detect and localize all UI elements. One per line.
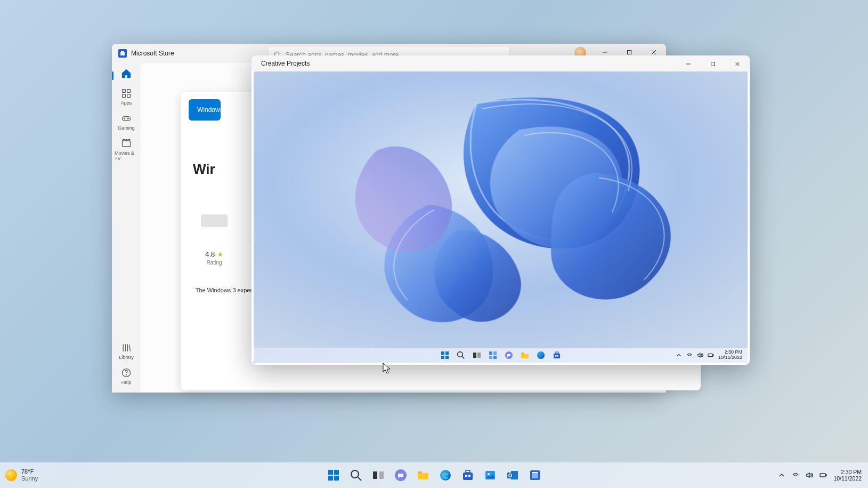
host-search-button[interactable]: [348, 468, 363, 483]
svg-point-41: [537, 351, 545, 359]
svg-rect-7: [123, 90, 126, 93]
host-battery-icon[interactable]: [820, 471, 827, 479]
sandbox-taskbar: 2:30 PM 10/11/2022: [254, 348, 748, 363]
host-edge-button[interactable]: [438, 468, 453, 483]
sandbox-wallpaper: [254, 71, 748, 348]
svg-rect-36: [489, 356, 492, 359]
nav-help[interactable]: Help: [115, 367, 138, 385]
gaming-icon: [121, 113, 132, 124]
host-store-button[interactable]: [460, 468, 475, 483]
svg-rect-42: [554, 354, 560, 358]
sandbox-edge-button[interactable]: [536, 350, 546, 360]
sandbox-store-button[interactable]: [552, 350, 562, 360]
svg-rect-26: [441, 351, 444, 355]
svg-rect-4: [628, 51, 631, 54]
apps-icon: [121, 88, 132, 99]
svg-rect-51: [334, 476, 339, 481]
svg-rect-32: [473, 353, 476, 358]
sandbox-wifi-icon[interactable]: [686, 352, 693, 358]
host-wifi-icon[interactable]: [792, 471, 799, 479]
svg-rect-27: [445, 351, 449, 355]
svg-point-13: [128, 118, 129, 119]
svg-rect-69: [532, 473, 538, 478]
host-taskview-button[interactable]: [371, 468, 386, 483]
svg-rect-39: [521, 353, 524, 354]
svg-rect-54: [373, 471, 377, 479]
svg-rect-57: [418, 471, 422, 474]
creative-projects-window: Creative Projects: [252, 55, 750, 365]
sandbox-desktop[interactable]: 2:30 PM 10/11/2022: [254, 71, 748, 363]
host-volume-icon[interactable]: [806, 471, 813, 479]
svg-rect-22: [711, 62, 715, 66]
nav-home[interactable]: [115, 68, 138, 81]
store-title: Microsoft Store: [131, 50, 174, 57]
creative-title: Creative Projects: [261, 60, 310, 67]
host-photos-button[interactable]: [483, 468, 498, 483]
host-taskbar: 78°F Sunny: [0, 462, 868, 488]
sandbox-search-button[interactable]: [456, 350, 466, 360]
svg-rect-8: [127, 90, 131, 93]
svg-rect-10: [127, 94, 131, 98]
sandbox-taskview-button[interactable]: [472, 350, 482, 360]
sun-icon: [5, 469, 17, 481]
host-clock[interactable]: 2:30 PM 10/11/2022: [833, 469, 862, 482]
creative-maximize-button[interactable]: [701, 55, 725, 73]
product-title-partial: Wir: [193, 161, 215, 178]
nav-library[interactable]: Library: [115, 342, 138, 360]
svg-rect-14: [123, 141, 131, 147]
store-app-icon: [118, 49, 127, 58]
sandbox-battery-icon[interactable]: [708, 352, 714, 358]
sandbox-start-button[interactable]: [440, 350, 450, 360]
creative-titlebar[interactable]: Creative Projects: [252, 55, 750, 71]
host-weather-widget[interactable]: 78°F Sunny: [5, 468, 38, 482]
creative-minimize-button[interactable]: [676, 55, 701, 73]
host-chat-button[interactable]: [393, 468, 408, 483]
svg-rect-34: [489, 351, 492, 355]
host-weather-temp: 78°F: [21, 468, 38, 475]
svg-rect-37: [493, 356, 497, 359]
svg-point-64: [488, 473, 490, 475]
product-action-button[interactable]: [201, 214, 228, 227]
svg-line-18: [129, 345, 131, 351]
sandbox-explorer-button[interactable]: [520, 350, 530, 360]
svg-rect-9: [123, 94, 126, 98]
svg-rect-66: [507, 473, 513, 478]
svg-rect-45: [557, 355, 558, 357]
creative-close-button[interactable]: [725, 55, 750, 73]
store-sidebar: Apps Gaming Movies & TV Library Help: [112, 63, 141, 393]
sandbox-clock[interactable]: 2:30 PM 10/11/2022: [718, 350, 742, 361]
host-sandbox-app-button[interactable]: [528, 468, 542, 483]
svg-rect-44: [555, 355, 557, 357]
host-tray-chevron-icon[interactable]: [778, 471, 785, 479]
svg-rect-47: [713, 355, 713, 356]
mouse-cursor: [383, 363, 391, 374]
svg-rect-0: [120, 52, 125, 55]
svg-rect-60: [466, 470, 470, 473]
host-outlook-button[interactable]: [505, 468, 520, 483]
sandbox-chat-button[interactable]: [504, 350, 514, 360]
product-rating-value: 4.8: [205, 250, 215, 258]
svg-rect-48: [328, 470, 333, 475]
sandbox-volume-icon[interactable]: [697, 352, 703, 358]
svg-rect-71: [820, 474, 825, 477]
host-weather-cond: Sunny: [21, 475, 38, 482]
host-start-button[interactable]: [326, 468, 341, 483]
svg-rect-33: [477, 353, 481, 358]
svg-point-20: [126, 375, 127, 375]
host-explorer-button[interactable]: [416, 468, 431, 483]
sandbox-tray-chevron-icon[interactable]: [676, 352, 682, 358]
library-icon: [121, 342, 132, 353]
nav-movies[interactable]: Movies & TV: [115, 138, 138, 161]
nav-apps[interactable]: Apps: [115, 88, 138, 106]
svg-rect-72: [826, 475, 827, 476]
svg-point-30: [457, 352, 463, 357]
sandbox-widgets-button[interactable]: [488, 350, 498, 360]
product-rating-block: 4.8 ★ Rating: [188, 249, 241, 266]
svg-rect-43: [555, 352, 558, 354]
svg-rect-55: [379, 471, 384, 479]
product-rating-label: Rating: [188, 260, 241, 266]
nav-gaming[interactable]: Gaming: [115, 113, 138, 131]
svg-rect-50: [328, 476, 333, 481]
svg-point-12: [124, 118, 125, 119]
svg-rect-28: [441, 356, 444, 359]
